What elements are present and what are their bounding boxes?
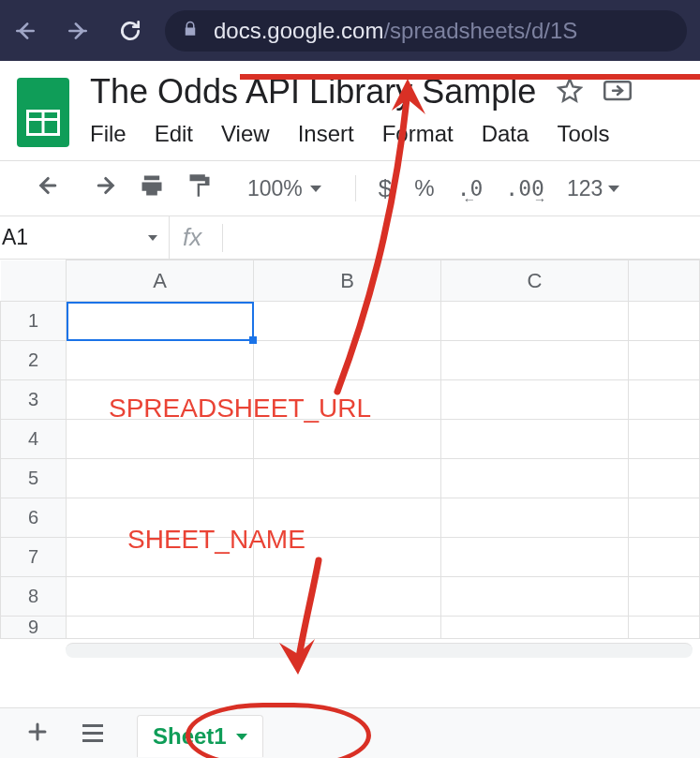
formula-bar[interactable]: fx <box>170 216 236 259</box>
undo-button[interactable] <box>37 173 66 203</box>
cell-A8[interactable] <box>67 577 254 617</box>
undo-icon <box>37 173 66 198</box>
cell-A7[interactable] <box>67 538 254 577</box>
hamburger-icon <box>82 724 103 742</box>
spreadsheet-grid: A B C 1 2 3 4 5 6 7 8 9 <box>0 260 700 658</box>
all-sheets-button[interactable] <box>82 724 103 742</box>
sheet-tab-bar: Sheet1 <box>0 707 700 758</box>
menu-format[interactable]: Format <box>382 121 454 147</box>
redo-button[interactable] <box>88 173 116 203</box>
increase-decimal-button[interactable]: .00 → <box>505 176 544 201</box>
plus-icon <box>26 721 49 743</box>
column-header-B[interactable]: B <box>254 260 441 302</box>
cell-B2[interactable] <box>254 341 441 380</box>
fx-label: fx <box>183 223 201 252</box>
cell-B8[interactable] <box>254 577 441 617</box>
cell-C6[interactable] <box>441 498 629 538</box>
print-icon <box>139 173 165 198</box>
folder-move-icon <box>603 78 632 102</box>
menu-view[interactable]: View <box>221 121 270 147</box>
star-button[interactable] <box>557 77 583 107</box>
cell-B5[interactable] <box>254 459 441 498</box>
cell-B9[interactable] <box>254 617 441 639</box>
menu-data[interactable]: Data <box>482 121 529 147</box>
menu-bar: File Edit View Insert Format Data Tools <box>90 121 683 147</box>
percent-format-button[interactable]: % <box>414 175 434 201</box>
cell[interactable] <box>629 577 700 617</box>
more-formats-dropdown[interactable]: 123 <box>567 176 619 201</box>
menu-file[interactable]: File <box>90 121 127 147</box>
cell-C8[interactable] <box>441 577 629 617</box>
toolbar: 100% $ % .0 ← .00 → 123 <box>0 161 700 216</box>
cell-C2[interactable] <box>441 341 629 380</box>
menu-tools[interactable]: Tools <box>557 121 609 147</box>
paint-format-button[interactable] <box>187 172 212 204</box>
name-box[interactable]: A1 <box>0 216 169 259</box>
row-header-3[interactable]: 3 <box>1 380 67 420</box>
reload-icon <box>118 19 142 43</box>
add-sheet-button[interactable] <box>26 718 49 750</box>
cell[interactable] <box>629 420 700 459</box>
sheets-logo-icon[interactable] <box>17 78 69 147</box>
cell-A4[interactable] <box>67 420 254 459</box>
cell-C3[interactable] <box>441 380 629 420</box>
menu-insert[interactable]: Insert <box>298 121 354 147</box>
print-button[interactable] <box>139 173 165 203</box>
cell-A6[interactable] <box>67 498 254 538</box>
cell-A3[interactable] <box>67 380 254 420</box>
reload-button[interactable] <box>118 19 142 43</box>
zoom-dropdown[interactable]: 100% <box>247 176 321 201</box>
cell-C5[interactable] <box>441 459 629 498</box>
url-bar[interactable]: docs.google.com/spreadsheets/d/1S <box>165 10 687 52</box>
chevron-down-icon <box>236 734 247 740</box>
cell[interactable] <box>629 302 700 341</box>
row-header-5[interactable]: 5 <box>1 459 67 498</box>
back-button[interactable] <box>13 19 37 43</box>
chevron-down-icon <box>148 235 157 241</box>
row-header-2[interactable]: 2 <box>1 341 67 380</box>
cell[interactable] <box>629 498 700 538</box>
cell-A2[interactable] <box>67 341 254 380</box>
sheet-tab-label: Sheet1 <box>153 723 227 750</box>
url-text: docs.google.com/spreadsheets/d/1S <box>214 18 577 44</box>
move-button[interactable] <box>603 78 632 106</box>
select-all-corner[interactable] <box>1 260 67 302</box>
forward-button[interactable] <box>66 19 90 43</box>
decrease-decimal-button[interactable]: .0 ← <box>457 176 484 201</box>
row-header-4[interactable]: 4 <box>1 420 67 459</box>
cell-A9[interactable] <box>67 617 254 639</box>
cell-A1[interactable] <box>67 302 254 341</box>
row-header-9[interactable]: 9 <box>1 617 67 639</box>
paint-roller-icon <box>187 172 212 199</box>
selection-handle[interactable] <box>249 336 257 344</box>
menu-edit[interactable]: Edit <box>155 121 193 147</box>
cell[interactable] <box>629 380 700 420</box>
browser-nav-controls <box>13 19 142 43</box>
row-header-6[interactable]: 6 <box>1 498 67 538</box>
cell-C4[interactable] <box>441 420 629 459</box>
cell-B3[interactable] <box>254 380 441 420</box>
cell-C7[interactable] <box>441 538 629 577</box>
cell[interactable] <box>629 538 700 577</box>
cell[interactable] <box>629 459 700 498</box>
cell-C9[interactable] <box>441 617 629 639</box>
cell[interactable] <box>629 617 700 639</box>
cell-B4[interactable] <box>254 420 441 459</box>
row-header-7[interactable]: 7 <box>1 538 67 577</box>
row-header-1[interactable]: 1 <box>1 302 67 341</box>
horizontal-scrollbar[interactable] <box>66 643 693 658</box>
cell-B7[interactable] <box>254 538 441 577</box>
chevron-down-icon <box>310 186 321 192</box>
row-header-8[interactable]: 8 <box>1 577 67 617</box>
currency-format-button[interactable]: $ <box>379 174 392 203</box>
cell-C1[interactable] <box>441 302 629 341</box>
arrow-left-icon <box>13 19 37 43</box>
cell-B6[interactable] <box>254 498 441 538</box>
sheet-tab-sheet1[interactable]: Sheet1 <box>137 715 263 757</box>
column-header-A[interactable]: A <box>67 260 254 302</box>
cell-B1[interactable] <box>254 302 441 341</box>
column-header-C[interactable]: C <box>441 260 629 302</box>
cell-A5[interactable] <box>67 459 254 498</box>
cell[interactable] <box>629 341 700 380</box>
column-header-next[interactable] <box>629 260 700 302</box>
